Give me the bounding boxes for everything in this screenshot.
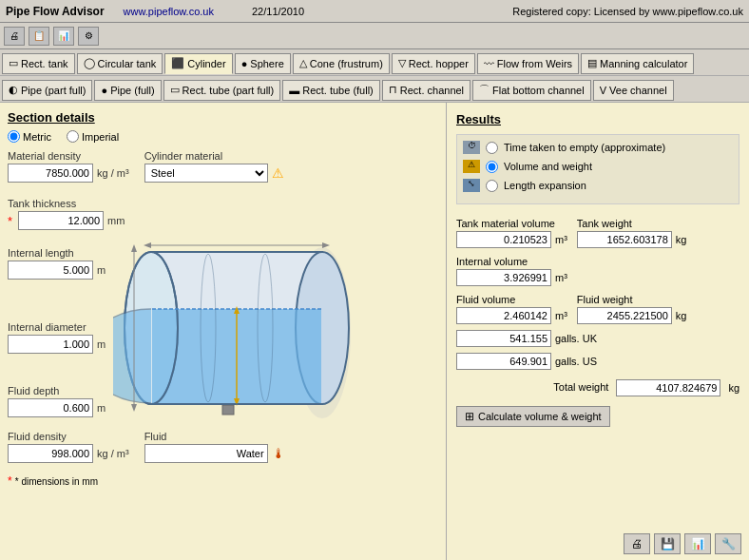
svg-marker-13 — [131, 404, 137, 412]
fluid-depth-input[interactable] — [8, 398, 93, 417]
length-expansion-label: Length expansion — [504, 180, 586, 191]
material-density-group: Material density kg / m³ — [8, 150, 129, 183]
cone-icon: △ — [299, 57, 307, 69]
main-area: Section details Metric Imperial Material… — [0, 103, 749, 560]
calculate-icon: ⊞ — [465, 410, 474, 423]
app-title: Pipe Flow Advisor — [6, 5, 105, 18]
bottom-icons: 🖨 💾 📊 🔧 — [624, 533, 741, 554]
tank-material-volume-label: Tank material volume — [456, 218, 567, 229]
length-expansion-radio[interactable]: ⤡ Length expansion — [463, 179, 733, 192]
internal-diameter-unit: m — [97, 338, 106, 350]
fluid-weight-group: Fluid weight kg — [577, 294, 687, 324]
internal-length-input[interactable] — [8, 261, 93, 280]
time-empty-radio[interactable]: ⏱ Time taken to empty (approximate) — [463, 141, 733, 154]
metric-radio[interactable]: Metric — [8, 130, 51, 143]
fluid-density-label: Fluid density — [8, 431, 129, 442]
hopper-label: Rect. hopper — [409, 58, 469, 69]
fluid-density-input[interactable] — [8, 444, 93, 463]
imperial-radio[interactable]: Imperial — [67, 130, 119, 143]
fluid-icon: 🌡 — [272, 446, 285, 461]
toolbar-icon-1[interactable]: 🖨 — [4, 27, 25, 46]
fluid-volume-label: Fluid volume — [456, 294, 567, 305]
dimensions-note-area: * * dimensions in mm — [8, 474, 438, 488]
internal-length-unit: m — [97, 264, 106, 276]
nav-flow-weirs[interactable]: 〰 Flow from Weirs — [477, 53, 579, 74]
cylinder-svg — [113, 238, 379, 423]
results-values: Tank material volume m³ Tank weight kg — [456, 218, 739, 427]
fluid-weight-label: Fluid weight — [577, 294, 687, 305]
toolbar-icon-3[interactable]: 📊 — [53, 27, 74, 46]
tank-weight-unit: kg — [676, 234, 687, 245]
material-density-label: Material density — [8, 150, 129, 162]
nav-cone[interactable]: △ Cone (frustrum) — [293, 53, 390, 74]
fluid-density-unit: kg / m³ — [97, 448, 129, 459]
dimensions-note: * dimensions in mm — [15, 476, 98, 487]
nav-pipe-part[interactable]: ◐ Pipe (part full) — [2, 80, 92, 101]
pipe-full-icon: ● — [101, 85, 107, 96]
bottom-icon-4[interactable]: 🔧 — [715, 533, 741, 554]
nav-circular-tank[interactable]: ◯ Circular tank — [77, 53, 163, 74]
nav-vee-channel[interactable]: V Vee channel — [593, 80, 674, 101]
volume-weight-label: Volume and weight — [504, 161, 592, 172]
fluid-depth-unit: m — [97, 402, 106, 414]
time-empty-label: Time taken to empty (approximate) — [504, 142, 665, 153]
bottom-icon-1[interactable]: 🖨 — [624, 533, 650, 554]
section-title: Section details — [8, 110, 438, 125]
tank-thickness-input[interactable] — [18, 211, 104, 230]
fluid-weight-unit: kg — [676, 310, 687, 321]
clock-icon: ⏱ — [463, 141, 480, 154]
rect-tank-label: Rect. tank — [21, 58, 68, 69]
hopper-icon: ▽ — [398, 57, 406, 69]
toolbar-icon-2[interactable]: 📋 — [29, 27, 49, 46]
calculate-button[interactable]: ⊞ Calculate volume & weight — [456, 406, 610, 427]
nav-rect-hopper[interactable]: ▽ Rect. hopper — [392, 53, 475, 74]
vee-channel-label: Vee channel — [609, 85, 667, 96]
nav-rect-tube-part[interactable]: ▭ Rect. tube (part full) — [163, 80, 281, 101]
rect-tank-icon: ▭ — [9, 57, 18, 69]
volume-icon: ⚠ — [463, 160, 480, 173]
fluid-group: Fluid 🌡 — [144, 431, 285, 463]
cylinder-material-group: Cylinder material Steel Aluminium Copper… — [144, 150, 284, 183]
units-radio-group: Metric Imperial — [8, 130, 438, 143]
nav-pipe-full[interactable]: ● Pipe (full) — [94, 80, 161, 101]
fluid-depth-group: Fluid depth m — [8, 385, 106, 417]
material-density-input[interactable] — [8, 164, 93, 183]
weirs-label: Flow from Weirs — [497, 58, 572, 69]
fluid-volume-value — [456, 307, 551, 324]
svg-marker-12 — [131, 244, 137, 252]
nav-cylinder[interactable]: ⬛ Cylinder — [164, 53, 232, 74]
nav-rect-channel[interactable]: ⊓ Rect. channel — [382, 80, 471, 101]
rect-tube-full-label: Rect. tube (full) — [302, 85, 374, 96]
right-panel: Results ⏱ Time taken to empty (approxima… — [447, 103, 749, 560]
nav-row-1: ▭ Rect. tank ◯ Circular tank ⬛ Cylinder … — [0, 49, 749, 76]
fluid-input[interactable] — [144, 444, 268, 463]
cone-label: Cone (frustrum) — [310, 58, 383, 69]
svg-marker-10 — [322, 242, 330, 248]
nav-manning[interactable]: ▤ Manning calculator — [581, 53, 694, 74]
bottom-icon-3[interactable]: 📊 — [684, 533, 711, 554]
nav-sphere[interactable]: ● Sphere — [235, 53, 291, 74]
bottom-icon-2[interactable]: 💾 — [654, 533, 681, 554]
toolbar-icon-4[interactable]: ⚙ — [78, 27, 99, 46]
total-weight-unit: kg — [728, 382, 739, 394]
total-weight-group: Total weight — [553, 381, 608, 395]
fluid-depth-label: Fluid depth — [8, 385, 106, 396]
calculate-label: Calculate volume & weight — [478, 411, 602, 422]
internal-diameter-input[interactable] — [8, 335, 93, 354]
flat-channel-icon: ⌒ — [479, 83, 490, 97]
tank-material-volume-value — [456, 231, 551, 248]
cylinder-material-select[interactable]: Steel Aluminium Copper Other — [144, 164, 268, 183]
registered-text: Registered copy: Licensed by www.pipeflo… — [512, 6, 743, 17]
app-date: 22/11/2010 — [252, 6, 304, 17]
nav-rect-tube-full[interactable]: ▬ Rect. tube (full) — [282, 80, 380, 101]
tank-material-volume-group: Tank material volume m³ — [456, 218, 567, 248]
tank-thickness-unit: mm — [107, 215, 125, 226]
volume-weight-radio[interactable]: ⚠ Volume and weight — [463, 160, 733, 173]
nav-flat-channel[interactable]: ⌒ Flat bottom channel — [472, 80, 591, 101]
internal-length-group: Internal length m — [8, 247, 106, 280]
tank-material-volume-unit: m³ — [555, 234, 567, 245]
tank-weight-group: Tank weight kg — [577, 218, 687, 248]
nav-rect-tank[interactable]: ▭ Rect. tank — [2, 53, 75, 74]
total-weight-value — [616, 379, 720, 396]
rect-tube-part-label: Rect. tube (part full) — [182, 85, 275, 96]
